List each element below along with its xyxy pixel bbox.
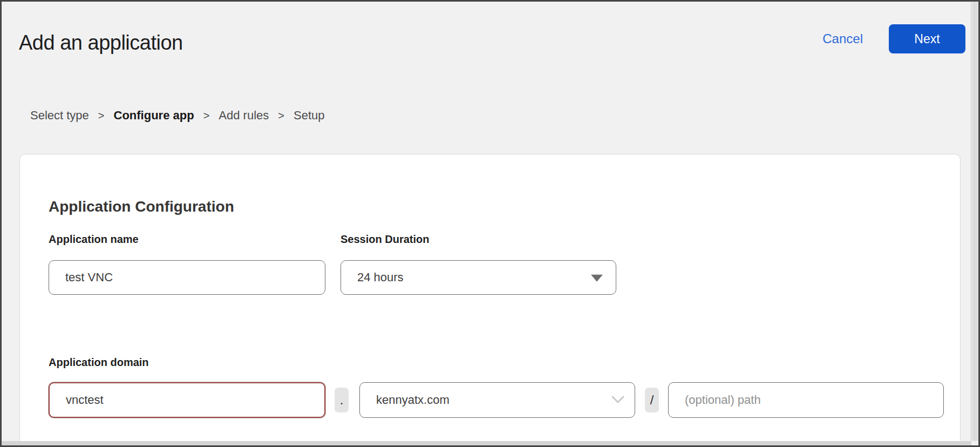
chevron-down-icon	[611, 393, 625, 407]
breadcrumb-step-select-type[interactable]: Select type	[30, 109, 89, 123]
horizontal-scrollbar[interactable]	[2, 441, 971, 445]
next-button[interactable]: Next	[889, 24, 965, 53]
session-duration-select[interactable]: 24 hours	[341, 260, 616, 295]
application-configuration-card: Application Configuration Application na…	[19, 154, 961, 446]
add-application-page: Add an application Cancel Next Select ty…	[0, 0, 980, 447]
breadcrumb-step-configure-app[interactable]: Configure app	[114, 109, 194, 123]
breadcrumb-step-setup[interactable]: Setup	[294, 109, 325, 123]
breadcrumb-separator: >	[203, 110, 210, 122]
breadcrumb-separator: >	[278, 110, 284, 122]
application-path-input[interactable]	[668, 382, 944, 418]
breadcrumb: Select type > Configure app > Add rules …	[30, 109, 324, 123]
vertical-scrollbar-thumb[interactable]	[972, 2, 977, 441]
application-name-label: Application name	[49, 233, 139, 246]
session-duration-value: 24 hours	[357, 270, 404, 285]
application-name-input[interactable]	[49, 260, 325, 295]
section-title: Application Configuration	[49, 198, 234, 215]
cancel-button[interactable]: Cancel	[822, 31, 863, 46]
domain-slash-separator: /	[645, 388, 659, 412]
application-subdomain-input[interactable]	[49, 382, 325, 418]
caret-down-icon	[591, 275, 603, 282]
application-domain-select[interactable]: kennyatx.com	[359, 382, 635, 418]
header-actions: Cancel Next	[822, 24, 965, 53]
application-domain-label: Application domain	[49, 356, 149, 369]
breadcrumb-step-add-rules[interactable]: Add rules	[219, 109, 269, 123]
session-duration-label: Session Duration	[341, 233, 429, 246]
page-title: Add an application	[19, 31, 183, 55]
vertical-scrollbar[interactable]	[971, 2, 978, 441]
domain-dot-separator: .	[335, 388, 349, 412]
breadcrumb-separator: >	[98, 110, 105, 122]
application-domain-value: kennyatx.com	[376, 393, 450, 407]
